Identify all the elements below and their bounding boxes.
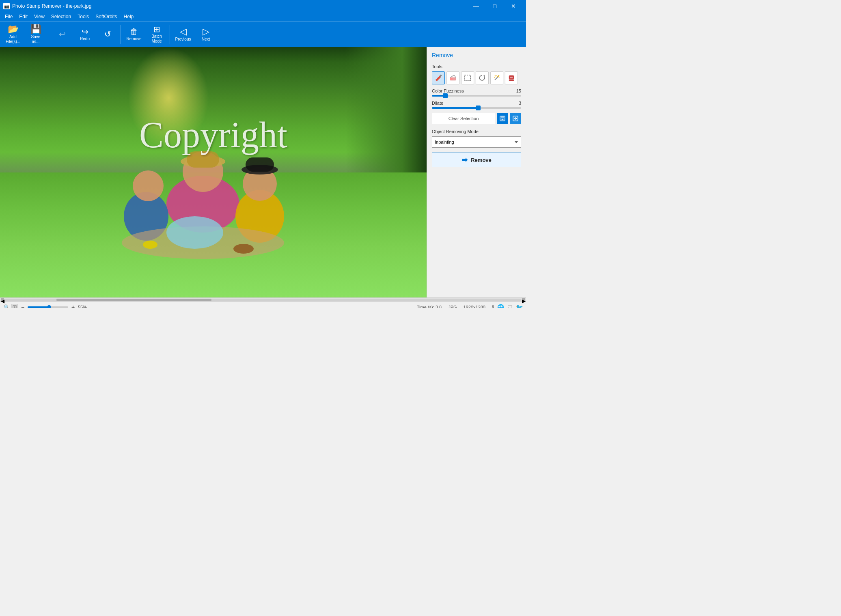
toolbar-sep-1 bbox=[49, 25, 49, 44]
scroll-left-btn[interactable]: ◀ bbox=[1, 298, 4, 302]
fit-page-btn[interactable] bbox=[11, 304, 18, 308]
eraser-tool-btn[interactable] bbox=[446, 71, 459, 84]
zoom-slider[interactable] bbox=[28, 306, 68, 308]
action-row: Clear Selection bbox=[432, 113, 521, 124]
menu-selection[interactable]: Selection bbox=[48, 12, 74, 21]
stamp-icon bbox=[508, 74, 515, 82]
window-title: Photo Stamp Remover - the-park.jpg bbox=[12, 3, 91, 9]
svg-rect-26 bbox=[509, 80, 514, 81]
next-button[interactable]: ▷ Next bbox=[194, 23, 217, 46]
save-selection-button[interactable] bbox=[497, 113, 508, 124]
svg-point-11 bbox=[166, 216, 223, 249]
scroll-right-btn[interactable]: ▶ bbox=[522, 298, 525, 302]
dilate-value: 3 bbox=[519, 101, 521, 106]
stamp-tool-btn[interactable] bbox=[505, 71, 518, 84]
clear-selection-button[interactable]: Clear Selection bbox=[432, 113, 495, 124]
scrollbar-track[interactable] bbox=[5, 299, 521, 301]
tools-label: Tools bbox=[432, 64, 521, 69]
close-button[interactable]: ✕ bbox=[504, 0, 523, 12]
zoom-minus-btn[interactable]: − bbox=[19, 304, 26, 308]
svg-point-13 bbox=[233, 244, 254, 254]
menu-bar: File Edit View Selection Tools SoftOrbit… bbox=[0, 12, 526, 21]
svg-rect-16 bbox=[450, 78, 453, 80]
status-right: Time (s): 3.8 JPG 1920x1280 ℹ 🌐 ♡ 🐦 bbox=[417, 304, 523, 308]
reset-button[interactable]: ↺ bbox=[96, 23, 119, 46]
canvas-area[interactable]: Copyright bbox=[0, 47, 427, 297]
color-fuzziness-thumb[interactable] bbox=[443, 93, 448, 98]
toolbar-sep-3 bbox=[170, 25, 170, 44]
save-as-button[interactable]: 💾 Saveas... bbox=[24, 23, 47, 46]
color-fuzziness-slider[interactable] bbox=[432, 95, 521, 97]
previous-label: Previous bbox=[175, 37, 191, 42]
remove-arrow-icon: ➡ bbox=[461, 155, 468, 164]
status-left: 🔍 − + 55% bbox=[3, 304, 87, 308]
undo-button[interactable]: ↩ bbox=[51, 23, 73, 46]
dilate-thumb[interactable] bbox=[476, 106, 481, 110]
magic-wand-icon bbox=[493, 74, 500, 82]
menu-file[interactable]: File bbox=[2, 12, 16, 21]
menu-softorbits[interactable]: SoftOrbits bbox=[92, 12, 120, 21]
scrollbar-thumb[interactable] bbox=[56, 299, 211, 301]
info-icon[interactable]: ℹ bbox=[492, 304, 494, 308]
magic-wand-btn[interactable] bbox=[490, 71, 503, 84]
web-icon[interactable]: 🌐 bbox=[497, 304, 504, 308]
svg-line-18 bbox=[454, 75, 456, 78]
svg-rect-19 bbox=[465, 75, 470, 81]
time-display: Time (s): 3.8 bbox=[417, 305, 442, 308]
menu-edit[interactable]: Edit bbox=[16, 12, 31, 21]
remove-button-toolbar[interactable]: 🗑 Remove bbox=[123, 23, 145, 46]
svg-point-24 bbox=[496, 75, 497, 76]
lasso-btn[interactable] bbox=[476, 71, 489, 84]
svg-rect-27 bbox=[510, 77, 513, 78]
menu-view[interactable]: View bbox=[31, 12, 48, 21]
tools-row bbox=[432, 71, 521, 84]
dilate-fill bbox=[432, 107, 478, 109]
menu-help[interactable]: Help bbox=[121, 12, 137, 21]
twitter-icon[interactable]: 🐦 bbox=[516, 304, 523, 308]
zoom-plus-btn[interactable]: + bbox=[70, 304, 76, 308]
dilate-label: Dilate bbox=[432, 101, 443, 106]
batch-mode-button[interactable]: ⊞ BatchMode bbox=[145, 23, 168, 46]
redo-button[interactable]: ↪ Redo bbox=[73, 23, 96, 46]
brush-icon bbox=[435, 74, 442, 82]
dilate-row: Dilate 3 bbox=[432, 101, 521, 106]
svg-rect-36 bbox=[14, 306, 15, 308]
add-files-label: AddFile(s)... bbox=[6, 34, 20, 44]
batch-mode-icon: ⊞ bbox=[153, 25, 160, 33]
add-files-button[interactable]: 📂 AddFile(s)... bbox=[2, 23, 24, 46]
mode-label: Object Removing Mode bbox=[432, 129, 521, 134]
load-selection-button[interactable] bbox=[510, 113, 521, 124]
save-as-label: Saveas... bbox=[31, 34, 41, 44]
svg-point-5 bbox=[133, 170, 164, 201]
minimize-button[interactable]: — bbox=[467, 0, 485, 12]
save-selection-icon bbox=[500, 116, 505, 121]
format-display: JPG bbox=[448, 305, 457, 308]
redo-icon: ↪ bbox=[82, 28, 88, 36]
reset-icon: ↺ bbox=[104, 30, 111, 38]
people-svg bbox=[61, 123, 345, 277]
zoom-thumb[interactable] bbox=[47, 305, 51, 308]
rect-select-btn[interactable] bbox=[461, 71, 474, 84]
remove-action-label: Remove bbox=[471, 157, 492, 163]
resolution-display: 1920x1280 bbox=[464, 305, 485, 308]
previous-button[interactable]: ◁ Previous bbox=[172, 23, 194, 46]
lasso-icon bbox=[479, 74, 486, 82]
photo-display: Copyright bbox=[0, 47, 427, 297]
h-scrollbar[interactable]: ◀ ▶ bbox=[0, 297, 526, 302]
status-bar: 🔍 − + 55% Time (s): 3.8 JPG 1920x1280 ℹ … bbox=[0, 302, 526, 308]
right-panel: Remove Tools bbox=[427, 47, 526, 297]
load-selection-icon bbox=[513, 116, 518, 121]
fit-page-icon bbox=[13, 305, 17, 308]
zoom-out-btn[interactable]: 🔍 bbox=[3, 304, 10, 308]
heart-icon[interactable]: ♡ bbox=[507, 304, 513, 308]
svg-point-12 bbox=[143, 241, 157, 249]
dilate-slider[interactable] bbox=[432, 107, 521, 109]
maximize-button[interactable]: □ bbox=[485, 0, 504, 12]
svg-rect-3 bbox=[187, 151, 219, 168]
mode-select[interactable]: Inpainting Smart Fill Content Aware bbox=[432, 136, 521, 148]
svg-rect-29 bbox=[501, 116, 504, 118]
remove-action-button[interactable]: ➡ Remove bbox=[432, 153, 521, 167]
menu-tools[interactable]: Tools bbox=[74, 12, 92, 21]
brush-tool-btn[interactable] bbox=[432, 71, 445, 84]
previous-icon: ◁ bbox=[180, 27, 187, 36]
